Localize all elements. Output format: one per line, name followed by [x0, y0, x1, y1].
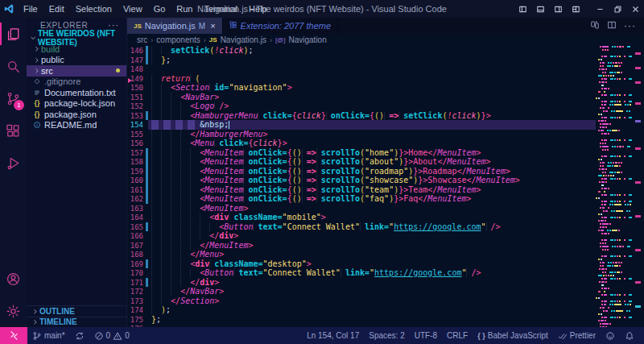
activity-source-control-icon[interactable]: 1: [0, 82, 27, 114]
minimize-icon[interactable]: [591, 0, 609, 18]
sync-button[interactable]: [70, 327, 89, 344]
code-line-149[interactable]: 149 return (: [127, 74, 644, 84]
code-line-160[interactable]: 160 <MenuItem onClick={() => scrollTo("s…: [127, 176, 644, 185]
activity-search-icon[interactable]: [0, 50, 27, 82]
activity-settings-icon[interactable]: [0, 295, 27, 327]
problems-button[interactable]: 0 0: [89, 327, 134, 344]
git-modified-gutter-bar: [146, 157, 148, 167]
cursor-position-button[interactable]: Ln 154, Col 17: [302, 331, 364, 340]
code-line-161[interactable]: 161 <MenuItem onClick={() => scrollTo("t…: [127, 185, 644, 195]
code-line-157[interactable]: 157 <MenuItem onClick={() => scrollTo("h…: [127, 148, 644, 158]
file-package-json[interactable]: {}package.json: [27, 109, 126, 120]
notifications-button[interactable]: [620, 331, 639, 341]
code-line-169[interactable]: 169 <div className="desktop">: [127, 259, 644, 269]
code-line-170[interactable]: 170 <Button text="Connect Wallet" link="…: [127, 268, 644, 278]
eol-button[interactable]: CRLF: [442, 331, 473, 340]
menu-file[interactable]: File: [18, 2, 43, 15]
code-line-174[interactable]: 174 );: [127, 305, 644, 315]
menu-selection[interactable]: Selection: [70, 2, 118, 15]
code-line-163[interactable]: 163 <MenuItem>: [127, 204, 644, 213]
code-line-147[interactable]: 147 };: [127, 56, 644, 65]
breadcrumb-src[interactable]: src: [137, 35, 147, 44]
project-root-folder[interactable]: THE WEIRDOS (NFT WEBSITE): [27, 32, 126, 44]
code-line-156[interactable]: 156 <Menu click={click}>: [127, 139, 644, 148]
tab-extension-2077-theme[interactable]: Extension: 2077 theme: [223, 18, 339, 34]
breadcrumb-components[interactable]: components: [156, 35, 200, 44]
code-line-171[interactable]: 171 </div>: [127, 278, 644, 288]
code-line-154[interactable]: 154&nbsp;: [127, 120, 644, 130]
file-readme-md[interactable]: README.md: [27, 120, 126, 131]
code-line-172[interactable]: 172 </NavBar>: [127, 287, 644, 296]
open-changes-icon[interactable]: [590, 19, 600, 33]
code-line-164[interactable]: 164 <div className="mobile">: [127, 213, 644, 222]
code-line-151[interactable]: 151 <NavBar>: [127, 93, 644, 102]
token-tag: />: [471, 268, 481, 277]
code-line-175[interactable]: 175};: [127, 315, 644, 325]
indentation-button[interactable]: Spaces: 2: [364, 331, 409, 340]
file-package-lock-json[interactable]: {}package-lock.json: [27, 98, 126, 110]
code-line-173[interactable]: 173 </Section>: [127, 296, 644, 306]
folder-public[interactable]: public: [27, 55, 126, 66]
code-line-150[interactable]: 150 <Section id="navigation">: [127, 83, 644, 93]
menu-view[interactable]: View: [118, 2, 148, 15]
file--gitignore[interactable]: .gitignore: [27, 77, 126, 88]
git-branch-button[interactable]: main*: [27, 327, 70, 344]
token-func: scrollTo: [321, 167, 360, 176]
encoding-button[interactable]: UTF-8: [410, 331, 442, 340]
prettier-button[interactable]: Prettier: [553, 331, 601, 341]
code-line-159[interactable]: 159 <MenuItem onClick={() => scrollTo("r…: [127, 167, 644, 176]
remote-indicator-button[interactable]: [0, 327, 27, 344]
code-editor[interactable]: 146 setClick(!click);147 };148149 return…: [127, 46, 644, 327]
activity-explorer-icon[interactable]: [0, 18, 27, 50]
activity-accounts-icon[interactable]: [0, 263, 27, 295]
minimap-line: [596, 68, 633, 70]
restore-icon[interactable]: [609, 0, 626, 18]
timeline-section[interactable]: TIMELINE: [27, 317, 126, 328]
outline-section[interactable]: OUTLINE: [27, 305, 126, 317]
token-attr: click: [219, 139, 243, 147]
close-icon[interactable]: [626, 0, 644, 18]
code-line-153[interactable]: 153 <HamburgerMenu click={click} onClick…: [127, 111, 644, 121]
customize-layout-icon[interactable]: [567, 0, 584, 18]
whitespace: [151, 176, 200, 184]
token-brace: }: [321, 111, 326, 120]
activity-run-and-debug-icon[interactable]: [0, 147, 27, 179]
minimap[interactable]: [596, 46, 633, 327]
code-line-162[interactable]: 162 <MenuItem onClick={() => scrollTo("f…: [127, 194, 644, 204]
feedback-button[interactable]: [601, 331, 620, 341]
code-line-167[interactable]: 167 </MenuItem>: [127, 241, 644, 251]
title-bar: FileEditSelectionViewGoRunTerminalHelp N…: [0, 0, 644, 18]
menu-go[interactable]: Go: [148, 2, 171, 15]
layout-sidebar-right-icon[interactable]: [549, 0, 567, 18]
code-line-165[interactable]: 165 <Button text="Connect Wallet" link="…: [127, 222, 644, 232]
code-line-158[interactable]: 158 <MenuItem onClick={() => scrollTo("a…: [127, 157, 644, 167]
token-tag: >: [233, 231, 238, 240]
menu-edit[interactable]: Edit: [43, 2, 70, 15]
tab-label: Navigation.js: [145, 21, 196, 31]
layout-panel-icon[interactable]: [531, 0, 549, 18]
folder-build[interactable]: build: [27, 44, 126, 55]
split-editor-icon[interactable]: [607, 19, 617, 33]
vscode-logo-icon[interactable]: [0, 3, 18, 15]
code-line-146[interactable]: 146 setClick(!click);: [127, 46, 644, 56]
git-modified-gutter-bar: [146, 56, 148, 65]
code-line-152[interactable]: 152 <Logo />: [127, 102, 644, 111]
close-tab-icon[interactable]: ×: [210, 21, 215, 31]
code-line-166[interactable]: 166 </div>: [127, 231, 644, 241]
overview-ruler[interactable]: [633, 46, 644, 327]
breadcrumb-file[interactable]: Navigation.js: [221, 35, 266, 44]
fold-marker-icon[interactable]: [128, 78, 132, 83]
code-line-168[interactable]: 168 </Menu>: [127, 250, 644, 259]
code-line-148[interactable]: 148: [127, 64, 644, 74]
code-text: </MenuItem>: [151, 241, 253, 250]
file-documentation-txt[interactable]: Documentation.txt: [27, 87, 126, 98]
breadcrumb-symbol[interactable]: Navigation: [288, 35, 326, 44]
folder-src[interactable]: src: [27, 65, 126, 77]
menu-run[interactable]: Run: [171, 2, 198, 15]
language-mode-button[interactable]: { } Babel JavaScript: [473, 331, 553, 340]
tab-navigation-js[interactable]: JS Navigation.js M ×: [127, 18, 223, 34]
more-actions-icon[interactable]: ···: [624, 20, 636, 31]
code-line-155[interactable]: 155 </HamburgerMenu>: [127, 130, 644, 139]
layout-sidebar-left-icon[interactable]: [514, 0, 531, 18]
activity-extensions-icon[interactable]: [0, 114, 27, 147]
